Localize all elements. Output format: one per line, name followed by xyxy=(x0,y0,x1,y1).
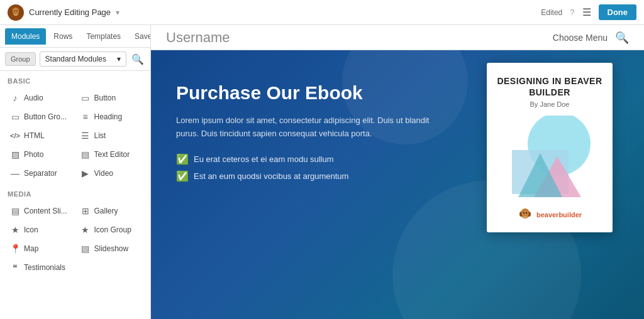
dropdown-label: Standard Modules xyxy=(45,55,106,63)
hero-list: ✅ Eu erat ceteros et ei eam modu sullum … xyxy=(176,153,453,182)
hero-section: Purchase Our Ebook Lorem ipsum dolor sit… xyxy=(151,50,644,319)
module-heading[interactable]: ≡ Heading xyxy=(75,107,146,126)
module-icon-group[interactable]: ★ Icon Group xyxy=(75,220,146,239)
icon-module-icon: ★ xyxy=(10,225,20,235)
module-photo[interactable]: ▨ Photo xyxy=(5,145,75,164)
header-search-icon[interactable]: 🔍 xyxy=(615,31,629,45)
search-icon[interactable]: 🔍 xyxy=(130,52,145,67)
help-icon[interactable]: ? xyxy=(570,8,574,17)
svg-point-5 xyxy=(14,10,15,11)
gallery-icon: ⊞ xyxy=(80,206,91,216)
module-separator[interactable]: — Separator xyxy=(5,164,75,183)
module-list: Basic ♪ Audio ▭ Button ▭ Button Gro... ≡… xyxy=(0,71,150,319)
separator-icon: — xyxy=(10,168,20,178)
module-testimonials[interactable]: ❝ Testimonials xyxy=(5,258,75,277)
button-label: Button xyxy=(94,94,116,102)
page-header: Username Choose Menu 🔍 xyxy=(151,25,644,50)
module-text-editor[interactable]: ▤ Text Editor xyxy=(75,145,146,164)
sidebar-tabs: Modules Rows Templates Saved xyxy=(0,25,150,48)
content-slider-label: Content Sli... xyxy=(24,207,67,215)
book-logo-text: beaverbuilder xyxy=(536,211,582,219)
testimonials-icon: ❝ xyxy=(10,262,20,273)
icon-label: Icon xyxy=(24,225,38,234)
section-basic-label: Basic xyxy=(0,71,150,87)
svg-point-4 xyxy=(14,13,18,15)
topbar-right: Edited ? ☰ Done xyxy=(541,4,636,20)
html-label: HTML xyxy=(24,131,45,140)
edited-status: Edited xyxy=(541,8,562,17)
module-button-group[interactable]: ▭ Button Gro... xyxy=(5,107,75,126)
list-icon[interactable]: ☰ xyxy=(582,6,591,18)
audio-label: Audio xyxy=(24,94,43,102)
module-type-dropdown[interactable]: Standard Modules ▾ xyxy=(40,51,126,67)
module-icon[interactable]: ★ Icon xyxy=(5,220,75,239)
gallery-label: Gallery xyxy=(94,207,118,215)
basic-grid: ♪ Audio ▭ Button ▭ Button Gro... ≡ Headi… xyxy=(0,87,150,184)
book-illustration xyxy=(499,116,600,197)
video-icon: ▶ xyxy=(80,168,91,178)
svg-point-16 xyxy=(523,212,525,214)
tab-modules[interactable]: Modules xyxy=(5,28,46,45)
hero-list-item-2-text: Est an eum quodsi vocibus at argumentum xyxy=(194,171,348,181)
media-grid: ▤ Content Sli... ⊞ Gallery ★ Icon ★ Icon… xyxy=(0,200,150,278)
photo-icon: ▨ xyxy=(10,149,20,160)
topbar: Currently Editing Page ▾ Edited ? ☰ Done xyxy=(0,0,644,25)
tab-templates[interactable]: Templates xyxy=(80,28,127,45)
topbar-left: Currently Editing Page ▾ xyxy=(8,4,119,21)
hero-title: Purchase Our Ebook xyxy=(176,82,453,104)
tab-saved[interactable]: Saved xyxy=(128,28,151,45)
module-audio[interactable]: ♪ Audio xyxy=(5,89,75,107)
module-gallery[interactable]: ⊞ Gallery xyxy=(75,202,146,220)
content-slider-icon: ▤ xyxy=(10,206,20,216)
hero-list-item-2: ✅ Est an eum quodsi vocibus at argumentu… xyxy=(176,170,453,182)
module-content-slider[interactable]: ▤ Content Sli... xyxy=(5,202,75,220)
button-group-icon: ▭ xyxy=(10,112,20,122)
hero-list-item-1: ✅ Eu erat ceteros et ei eam modu sullum xyxy=(176,153,453,165)
book-author: By Jane Doe xyxy=(530,100,570,108)
hero-content: Purchase Our Ebook Lorem ipsum dolor sit… xyxy=(151,50,478,219)
audio-icon: ♪ xyxy=(10,93,20,103)
map-icon: 📍 xyxy=(10,244,20,254)
module-slideshow[interactable]: ▤ Slideshow xyxy=(75,239,146,258)
choose-menu-button[interactable]: Choose Menu xyxy=(553,33,608,43)
module-list[interactable]: ☰ List xyxy=(75,126,146,145)
module-map[interactable]: 📍 Map xyxy=(5,239,75,258)
separator-label: Separator xyxy=(24,169,57,178)
button-icon: ▭ xyxy=(80,93,91,103)
heading-label: Heading xyxy=(94,112,123,121)
module-video[interactable]: ▶ Video xyxy=(75,164,146,183)
check-icon-1: ✅ xyxy=(176,153,189,165)
page-header-right: Choose Menu 🔍 xyxy=(553,31,629,45)
module-html[interactable]: </> HTML xyxy=(5,126,75,145)
chevron-down-icon[interactable]: ▾ xyxy=(116,8,119,17)
text-editor-label: Text Editor xyxy=(94,150,130,159)
icon-group-label: Icon Group xyxy=(94,225,131,234)
main-layout: Modules Rows Templates Saved Group Stand… xyxy=(0,25,644,319)
list-icon: ☰ xyxy=(80,131,91,141)
slideshow-label: Slideshow xyxy=(94,244,129,253)
list-label: List xyxy=(94,131,106,140)
sidebar-filter: Group Standard Modules ▾ 🔍 xyxy=(0,48,150,71)
check-icon-2: ✅ xyxy=(176,170,189,182)
hero-list-item-1-text: Eu erat ceteros et ei eam modu sullum xyxy=(194,154,334,164)
sidebar: Modules Rows Templates Saved Group Stand… xyxy=(0,25,151,319)
editing-label: Currently Editing Page xyxy=(29,8,111,17)
slideshow-icon: ▤ xyxy=(80,244,91,254)
done-button[interactable]: Done xyxy=(599,4,637,20)
html-icon: </> xyxy=(10,132,20,139)
photo-label: Photo xyxy=(24,150,43,159)
book-title: DESIGNING IN BEAVER BUILDER xyxy=(497,75,602,98)
heading-icon: ≡ xyxy=(80,112,91,122)
module-button[interactable]: ▭ Button xyxy=(75,89,146,107)
section-media-label: Media xyxy=(0,184,150,200)
group-button[interactable]: Group xyxy=(5,52,36,66)
svg-point-6 xyxy=(16,10,18,11)
video-label: Video xyxy=(94,169,113,178)
svg-point-17 xyxy=(526,212,527,214)
testimonials-label: Testimonials xyxy=(24,263,65,272)
tab-rows[interactable]: Rows xyxy=(47,28,79,45)
map-label: Map xyxy=(24,244,38,253)
button-group-label: Button Gro... xyxy=(24,112,67,121)
text-editor-icon: ▤ xyxy=(80,149,91,160)
book-card: DESIGNING IN BEAVER BUILDER By Jane Doe xyxy=(487,63,613,232)
